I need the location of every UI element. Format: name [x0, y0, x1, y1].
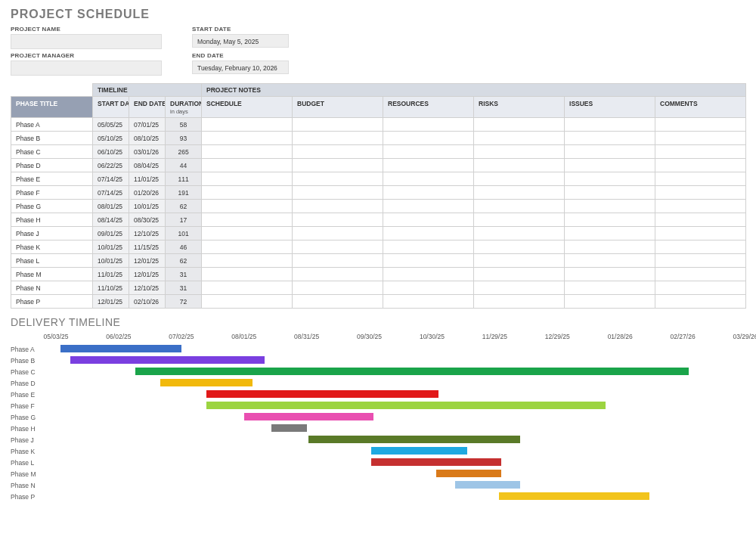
- risks-cell[interactable]: [474, 186, 565, 200]
- resources-cell[interactable]: [383, 145, 474, 159]
- risks-cell[interactable]: [474, 281, 565, 295]
- budget-cell[interactable]: [293, 227, 383, 240]
- schedule-cell[interactable]: [202, 172, 293, 186]
- comments-cell[interactable]: [655, 200, 746, 213]
- risks-cell[interactable]: [474, 227, 565, 240]
- issues-cell[interactable]: [565, 268, 655, 281]
- comments-cell[interactable]: [655, 172, 746, 186]
- gantt-row: Phase J: [11, 434, 745, 445]
- issues-cell[interactable]: [565, 281, 655, 295]
- budget-cell[interactable]: [293, 213, 383, 227]
- risks-cell[interactable]: [474, 159, 565, 172]
- project-manager-input[interactable]: [11, 61, 162, 76]
- phase-cell: Phase C: [11, 145, 93, 159]
- issues-cell[interactable]: [565, 213, 655, 227]
- resources-cell[interactable]: [383, 240, 474, 254]
- budget-cell[interactable]: [293, 200, 383, 213]
- resources-cell[interactable]: [383, 254, 474, 268]
- budget-cell[interactable]: [293, 268, 383, 281]
- axis-tick: 06/02/25: [106, 333, 131, 340]
- issues-cell[interactable]: [565, 227, 655, 240]
- table-row: Phase C06/10/2503/01/26265: [11, 145, 746, 159]
- schedule-cell[interactable]: [202, 132, 293, 145]
- issues-cell[interactable]: [565, 200, 655, 213]
- comments-cell[interactable]: [655, 159, 746, 172]
- budget-cell[interactable]: [293, 240, 383, 254]
- end-cell: 10/01/25: [129, 200, 166, 213]
- issues-cell[interactable]: [565, 186, 655, 200]
- start-cell: 10/01/25: [93, 240, 129, 254]
- schedule-cell[interactable]: [202, 295, 293, 309]
- issues-cell[interactable]: [565, 240, 655, 254]
- project-name-input[interactable]: [11, 34, 162, 49]
- schedule-cell[interactable]: [202, 186, 293, 200]
- schedule-cell[interactable]: [202, 200, 293, 213]
- schedule-cell[interactable]: [202, 213, 293, 227]
- comments-cell[interactable]: [655, 268, 746, 281]
- gantt-row: Phase P: [11, 491, 745, 502]
- comments-cell[interactable]: [655, 281, 746, 295]
- budget-cell[interactable]: [293, 132, 383, 145]
- comments-cell[interactable]: [655, 227, 746, 240]
- comments-cell[interactable]: [655, 213, 746, 227]
- budget-cell[interactable]: [293, 281, 383, 295]
- risks-cell[interactable]: [474, 213, 565, 227]
- comments-cell[interactable]: [655, 145, 746, 159]
- resources-cell[interactable]: [383, 281, 474, 295]
- resources-cell[interactable]: [383, 268, 474, 281]
- budget-cell[interactable]: [293, 145, 383, 159]
- issues-cell[interactable]: [565, 159, 655, 172]
- issues-cell[interactable]: [565, 172, 655, 186]
- budget-cell[interactable]: [293, 118, 383, 132]
- risks-cell[interactable]: [474, 254, 565, 268]
- issues-cell[interactable]: [565, 254, 655, 268]
- budget-cell[interactable]: [293, 254, 383, 268]
- risks-cell[interactable]: [474, 240, 565, 254]
- comments-cell[interactable]: [655, 240, 746, 254]
- phase-cell: Phase M: [11, 268, 93, 281]
- resources-cell[interactable]: [383, 132, 474, 145]
- risks-cell[interactable]: [474, 132, 565, 145]
- budget-cell[interactable]: [293, 159, 383, 172]
- issues-cell[interactable]: [565, 145, 655, 159]
- table-row: Phase G08/01/2510/01/2562: [11, 200, 746, 213]
- schedule-cell[interactable]: [202, 118, 293, 132]
- gantt-row-label: Phase A: [11, 346, 56, 353]
- risks-cell[interactable]: [474, 295, 565, 309]
- issues-cell[interactable]: [565, 118, 655, 132]
- budget-cell[interactable]: [293, 172, 383, 186]
- risks-cell[interactable]: [474, 200, 565, 213]
- resources-cell[interactable]: [383, 295, 474, 309]
- budget-cell[interactable]: [293, 186, 383, 200]
- schedule-table-body: Phase A05/05/2507/01/2558Phase B05/10/25…: [11, 118, 746, 309]
- resources-cell[interactable]: [383, 200, 474, 213]
- resources-cell[interactable]: [383, 172, 474, 186]
- comments-cell[interactable]: [655, 118, 746, 132]
- comments-cell[interactable]: [655, 295, 746, 309]
- axis-tick: 09/30/25: [357, 333, 382, 340]
- schedule-cell[interactable]: [202, 281, 293, 295]
- resources-cell[interactable]: [383, 159, 474, 172]
- comments-cell[interactable]: [655, 132, 746, 145]
- schedule-cell[interactable]: [202, 240, 293, 254]
- schedule-cell[interactable]: [202, 159, 293, 172]
- risks-cell[interactable]: [474, 268, 565, 281]
- gantt-bar: [60, 345, 181, 352]
- budget-cell[interactable]: [293, 295, 383, 309]
- col-budget: BUDGET: [293, 97, 383, 118]
- comments-cell[interactable]: [655, 186, 746, 200]
- risks-cell[interactable]: [474, 172, 565, 186]
- schedule-cell[interactable]: [202, 227, 293, 240]
- resources-cell[interactable]: [383, 227, 474, 240]
- schedule-cell[interactable]: [202, 268, 293, 281]
- risks-cell[interactable]: [474, 145, 565, 159]
- issues-cell[interactable]: [565, 295, 655, 309]
- resources-cell[interactable]: [383, 118, 474, 132]
- risks-cell[interactable]: [474, 118, 565, 132]
- resources-cell[interactable]: [383, 186, 474, 200]
- comments-cell[interactable]: [655, 254, 746, 268]
- schedule-cell[interactable]: [202, 254, 293, 268]
- issues-cell[interactable]: [565, 132, 655, 145]
- resources-cell[interactable]: [383, 213, 474, 227]
- schedule-cell[interactable]: [202, 145, 293, 159]
